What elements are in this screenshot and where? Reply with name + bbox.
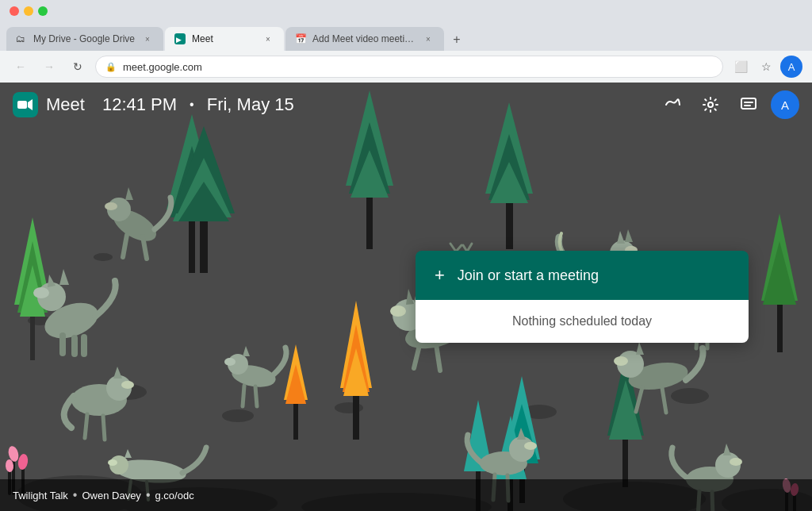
- meet-bottom-bar: Twilight Talk • Owen Davey • g.co/odc: [0, 479, 812, 511]
- tab-add-meet-label: Add Meet video meetings to O...: [312, 33, 416, 44]
- tab-bar: 🗂 My Drive - Google Drive × ▶ Meet × 📅 A…: [0, 22, 812, 51]
- svg-line-101: [85, 414, 87, 438]
- maximize-window-btn[interactable]: [38, 6, 48, 16]
- new-tab-btn[interactable]: +: [446, 29, 468, 51]
- feedback-btn[interactable]: [733, 89, 764, 121]
- lock-icon: 🔒: [105, 62, 117, 72]
- svg-marker-143: [28, 99, 33, 110]
- meet-user-avatar[interactable]: A: [771, 90, 799, 119]
- join-meeting-label: Join or start a meeting: [458, 267, 599, 284]
- meet-icon: [13, 92, 38, 117]
- svg-point-93: [224, 358, 236, 366]
- tab-gdrive-label: My Drive - Google Drive: [33, 33, 135, 44]
- nothing-scheduled-text: Nothing scheduled today: [512, 314, 652, 328]
- meet-favicon: ▶: [174, 33, 186, 44]
- svg-point-123: [108, 459, 117, 466]
- forward-btn[interactable]: →: [38, 56, 60, 78]
- meet-app: Meet 12:41 PM • Fri, May 15: [0, 83, 812, 511]
- bookmark-btn[interactable]: ☆: [755, 56, 777, 78]
- svg-point-144: [708, 102, 713, 107]
- meet-header-actions: A: [657, 89, 799, 121]
- svg-line-102: [103, 416, 105, 440]
- svg-point-12: [671, 388, 709, 404]
- gdrive-favicon: 🗂: [16, 33, 27, 44]
- tab-add-meet[interactable]: 📅 Add Meet video meetings to O... ×: [285, 27, 444, 51]
- svg-point-59: [33, 287, 49, 298]
- svg-rect-62: [59, 332, 66, 356]
- meet-date-display: Fri, May 15: [207, 94, 294, 115]
- join-meeting-btn[interactable]: + Join or start a meeting: [416, 251, 749, 300]
- profile-btn[interactable]: A: [780, 56, 802, 78]
- svg-point-99: [121, 381, 134, 389]
- tab-meet[interactable]: ▶ Meet ×: [165, 27, 284, 51]
- tab-meet-close[interactable]: ×: [262, 33, 274, 45]
- traffic-lights: [10, 6, 48, 16]
- reload-btn[interactable]: ↻: [67, 56, 89, 78]
- meet-center-panel: + Join or start a meeting Nothing schedu…: [416, 251, 749, 343]
- screen-capture-btn[interactable]: ⬜: [730, 56, 752, 78]
- settings-btn[interactable]: [695, 89, 726, 121]
- svg-line-95: [243, 386, 244, 406]
- tab-gdrive[interactable]: 🗂 My Drive - Google Drive ×: [6, 27, 163, 51]
- svg-point-9: [222, 409, 254, 422]
- nothing-scheduled-panel: Nothing scheduled today: [416, 300, 749, 343]
- title-bar: [0, 0, 812, 22]
- bottom-bar-sep1: •: [73, 488, 78, 502]
- svg-point-86: [390, 305, 406, 317]
- svg-line-96: [255, 386, 257, 406]
- activity-btn[interactable]: [657, 89, 688, 121]
- browser-actions: ⬜ ☆ A: [730, 56, 802, 78]
- bottom-bar-author: Owen Davey: [82, 490, 140, 501]
- svg-rect-145: [741, 98, 756, 109]
- bottom-bar-link[interactable]: g.co/odc: [155, 490, 193, 501]
- svg-rect-63: [71, 335, 78, 357]
- meet-time-display: 12:41 PM: [102, 94, 177, 115]
- bottom-bar-sep2: •: [146, 488, 151, 502]
- svg-point-67: [105, 202, 117, 210]
- meet-title-text: Meet: [46, 94, 85, 115]
- svg-rect-142: [17, 101, 27, 109]
- tab-add-meet-close[interactable]: ×: [422, 33, 435, 45]
- address-bar[interactable]: 🔒 meet.google.com: [95, 56, 723, 78]
- address-bar-row: ← → ↻ 🔒 meet.google.com ⬜ ☆ A: [0, 51, 812, 83]
- svg-rect-64: [81, 334, 87, 357]
- url-text: meet.google.com: [123, 61, 202, 73]
- join-plus-icon: +: [435, 265, 445, 286]
- svg-point-105: [524, 442, 537, 450]
- tab-gdrive-close[interactable]: ×: [141, 33, 154, 45]
- minimize-window-btn[interactable]: [24, 6, 33, 16]
- svg-point-111: [614, 356, 628, 366]
- add-meet-favicon: 📅: [295, 33, 306, 44]
- back-btn[interactable]: ←: [10, 56, 32, 78]
- close-window-btn[interactable]: [10, 6, 19, 16]
- meet-logo-area: Meet 12:41 PM • Fri, May 15: [13, 92, 294, 117]
- svg-point-117: [730, 458, 742, 466]
- svg-point-14: [94, 253, 113, 261]
- tab-meet-label: Meet: [192, 33, 255, 44]
- meet-header: Meet 12:41 PM • Fri, May 15: [0, 83, 812, 127]
- bottom-bar-title: Twilight Talk: [13, 490, 68, 501]
- browser-chrome: 🗂 My Drive - Google Drive × ▶ Meet × 📅 A…: [0, 0, 812, 83]
- svg-text:▶: ▶: [176, 36, 182, 44]
- meet-separator: •: [190, 98, 194, 112]
